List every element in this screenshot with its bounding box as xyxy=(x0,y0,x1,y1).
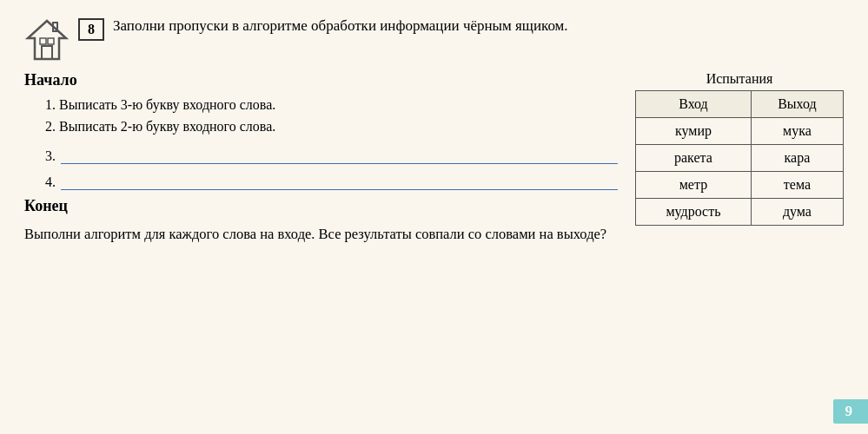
konets-label: Конец xyxy=(24,197,618,215)
steps-list: 1. Выписать 3-ю букву входного слова. 2.… xyxy=(24,95,618,190)
cell-vykhod: дума xyxy=(751,199,843,226)
right-column: Испытания Вход Выход кумирмукаракетакара… xyxy=(635,71,844,245)
left-column: Начало 1. Выписать 3-ю букву входного сл… xyxy=(24,71,618,245)
table-title: Испытания xyxy=(635,71,844,87)
house-icon xyxy=(24,17,70,62)
svg-marker-0 xyxy=(28,21,66,59)
table-row: метртема xyxy=(636,172,844,199)
step-4-num: 4. xyxy=(45,174,56,190)
page-number: 9 xyxy=(833,399,869,424)
data-table: Вход Выход кумирмукаракетакараметртемаму… xyxy=(635,90,844,226)
svg-rect-1 xyxy=(42,46,52,59)
cell-vkhod: мудрость xyxy=(636,199,752,226)
main-content: Начало 1. Выписать 3-ю букву входного сл… xyxy=(24,71,844,245)
cell-vkhod: метр xyxy=(636,172,752,199)
task-number: 8 xyxy=(88,22,95,37)
page: 8 Заполни пропуски в алгоритме обработки… xyxy=(0,0,868,434)
cell-vykhod: тема xyxy=(751,172,843,199)
step-3-num: 3. xyxy=(45,148,56,164)
step-2: 2. Выписать 2-ю букву входного слова. xyxy=(45,116,618,138)
step-1: 1. Выписать 3-ю букву входного слова. xyxy=(45,95,618,116)
task-description: Заполни пропуски в алгоритме обработки и… xyxy=(113,16,844,37)
cell-vykhod: мука xyxy=(751,118,843,145)
step-4-underline xyxy=(61,173,618,190)
nachalo-label: Начало xyxy=(24,71,618,89)
svg-rect-3 xyxy=(48,38,54,44)
bottom-text: Выполни алгоритм для каждого слова на вх… xyxy=(24,224,618,246)
table-row: ракетакара xyxy=(636,145,844,172)
cell-vkhod: ракета xyxy=(636,145,752,172)
cell-vykhod: кара xyxy=(751,145,843,172)
header-row: 8 Заполни пропуски в алгоритме обработки… xyxy=(24,16,844,62)
task-number-box: 8 xyxy=(78,18,104,41)
table-row: кумирмука xyxy=(636,118,844,145)
col-header-vykhod: Выход xyxy=(751,91,843,118)
col-header-vkhod: Вход xyxy=(636,91,752,118)
step-3-underline xyxy=(61,147,618,164)
step-3-line: 3. xyxy=(45,147,618,164)
table-row: мудростьдума xyxy=(636,199,844,226)
svg-rect-2 xyxy=(40,38,46,44)
cell-vkhod: кумир xyxy=(636,118,752,145)
step-4-line: 4. xyxy=(45,173,618,190)
